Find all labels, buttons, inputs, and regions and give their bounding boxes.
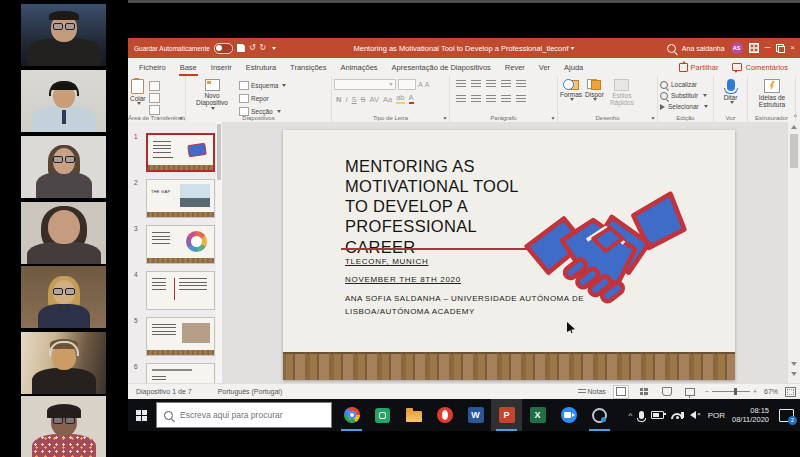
shrink-font-button[interactable]: A (425, 81, 430, 88)
redo-icon[interactable]: ↻ (260, 44, 267, 52)
undo-icon[interactable]: ↺ (249, 44, 256, 52)
copy-icon[interactable] (149, 93, 160, 103)
slide-sorter-view-button[interactable] (636, 385, 652, 399)
tray-expand-icon[interactable]: ^ (628, 411, 632, 420)
new-slide-button[interactable]: Novo Diapositivo (188, 79, 236, 117)
arrange-button[interactable]: Dispor (585, 79, 604, 107)
slide-title[interactable]: MENTORING AS MOTIVATIONAL TOOL TO DEVELO… (345, 156, 540, 257)
ribbon-options-icon[interactable] (749, 43, 759, 53)
grow-font-button[interactable]: A (418, 81, 423, 88)
underline-button[interactable]: S (352, 96, 357, 104)
paste-button[interactable]: Colar (130, 79, 146, 115)
start-button[interactable] (128, 399, 154, 431)
taskbar-opera[interactable] (429, 399, 460, 431)
slide-thumbnail-6[interactable] (146, 363, 215, 384)
taskbar-app-circle[interactable] (584, 399, 615, 431)
zoom-slider[interactable]: − + (705, 388, 757, 395)
font-size-box[interactable] (398, 79, 416, 90)
close-button[interactable]: × (790, 44, 795, 52)
line-spacing-icon[interactable] (516, 80, 526, 88)
zoom-level[interactable]: 67% (764, 388, 778, 395)
tray-microphone-icon[interactable] (639, 411, 644, 419)
tab-ver[interactable]: Ver (532, 58, 557, 76)
highlight-button[interactable]: ab (396, 94, 404, 104)
layout-button[interactable]: Esquema (239, 80, 286, 91)
save-icon[interactable] (237, 44, 245, 52)
bullets-icon[interactable] (456, 80, 466, 88)
tab-ficheiro[interactable]: Ficheiro (132, 58, 173, 76)
quick-access-caret-icon[interactable] (272, 47, 276, 50)
numbering-icon[interactable] (471, 80, 481, 88)
share-button[interactable]: Partilhar (673, 63, 725, 72)
font-color-button[interactable]: A (409, 94, 414, 104)
slide[interactable]: MENTORING AS MOTIVATIONAL TOOL TO DEVELO… (283, 130, 735, 380)
clipboard-dialog-launcher[interactable] (179, 117, 182, 119)
language-indicator[interactable]: Português (Portugal) (218, 388, 283, 395)
tab-transicoes[interactable]: Transições (283, 58, 333, 76)
battery-icon[interactable] (651, 411, 664, 419)
normal-view-button[interactable] (613, 385, 629, 399)
columns-icon[interactable] (516, 95, 526, 103)
shapes-button[interactable]: Formas (560, 79, 582, 107)
taskbar-app-green[interactable] (367, 399, 398, 431)
tab-estrutura[interactable]: Estrutura (239, 58, 283, 76)
slideshow-button[interactable] (682, 385, 698, 399)
bold-button[interactable]: N (336, 96, 341, 104)
quick-styles-button[interactable]: Estilos Rápidos (607, 79, 637, 107)
tab-inserir[interactable]: Inserir (204, 58, 239, 76)
italic-button[interactable]: I (345, 96, 347, 104)
design-ideas-button[interactable]: Ideias de Estrutura (750, 79, 794, 109)
participant-video-2[interactable] (21, 70, 106, 132)
replace-button[interactable]: Substituir (660, 90, 711, 101)
align-left-icon[interactable] (456, 95, 466, 103)
align-center-icon[interactable] (471, 95, 481, 103)
volume-muted-icon[interactable]: × (690, 411, 701, 419)
taskbar-powerpoint[interactable]: P (491, 399, 522, 431)
strikethrough-button[interactable]: S (361, 96, 366, 104)
reading-view-button[interactable] (659, 385, 675, 399)
collapse-ribbon-icon[interactable]: ^ (794, 113, 797, 120)
zoom-out-icon[interactable]: − (705, 388, 709, 395)
fit-slide-icon[interactable] (785, 387, 796, 397)
search-input[interactable] (178, 409, 324, 421)
paragraph-dialog-launcher[interactable] (551, 117, 554, 119)
align-right-icon[interactable] (486, 95, 496, 103)
tab-base[interactable]: Base (173, 58, 204, 76)
taskbar-zoom[interactable] (553, 399, 584, 431)
taskbar-word[interactable]: W (460, 399, 491, 431)
font-name-box[interactable] (334, 79, 396, 90)
slide-date[interactable]: NOVEMBER THE 8TH 2020 (345, 275, 461, 284)
slide-scrollbar[interactable] (787, 122, 800, 384)
tab-animacoes[interactable]: Animações (333, 58, 384, 76)
notes-button[interactable]: Notas (578, 388, 606, 395)
drawing-dialog-launcher[interactable] (651, 117, 654, 119)
participant-video-7[interactable] (21, 396, 106, 457)
format-painter-icon[interactable] (149, 105, 160, 115)
slide-thumbnail-3[interactable] (146, 225, 215, 264)
slide-thumbnail-4[interactable] (146, 271, 215, 310)
dictate-button[interactable]: Ditar (716, 79, 745, 104)
participant-video-3[interactable] (21, 136, 106, 198)
slide-venue[interactable]: TLECONF, MUNICH (345, 257, 428, 266)
clock[interactable]: 08:15 08/11/2020 (732, 406, 769, 424)
indent-increase-icon[interactable] (501, 80, 511, 88)
slide-thumbnail-2[interactable]: THE GAP (146, 179, 215, 218)
restore-button[interactable] (776, 44, 784, 52)
taskbar-excel[interactable]: X (522, 399, 553, 431)
cut-icon[interactable] (149, 81, 160, 91)
avatar[interactable]: AS (731, 42, 743, 54)
participant-video-6[interactable] (21, 332, 106, 394)
zoom-in-icon[interactable]: + (753, 388, 757, 395)
reset-button[interactable]: Repor (239, 93, 286, 104)
notifications-icon[interactable]: 2 (779, 409, 794, 422)
tab-rever[interactable]: Rever (498, 58, 532, 76)
slide-thumbnail-1[interactable] (146, 133, 215, 172)
indent-decrease-icon[interactable] (486, 80, 496, 88)
handshake-image[interactable] (519, 180, 689, 322)
slide-thumbnail-5[interactable] (146, 317, 215, 356)
find-button[interactable]: Localizar (660, 79, 711, 90)
keyboard-language[interactable]: POR (708, 411, 725, 420)
tab-apresentacao[interactable]: Apresentação de Diapositivos (385, 58, 498, 76)
taskbar-file-explorer[interactable] (398, 399, 429, 431)
search-icon[interactable] (667, 44, 676, 53)
